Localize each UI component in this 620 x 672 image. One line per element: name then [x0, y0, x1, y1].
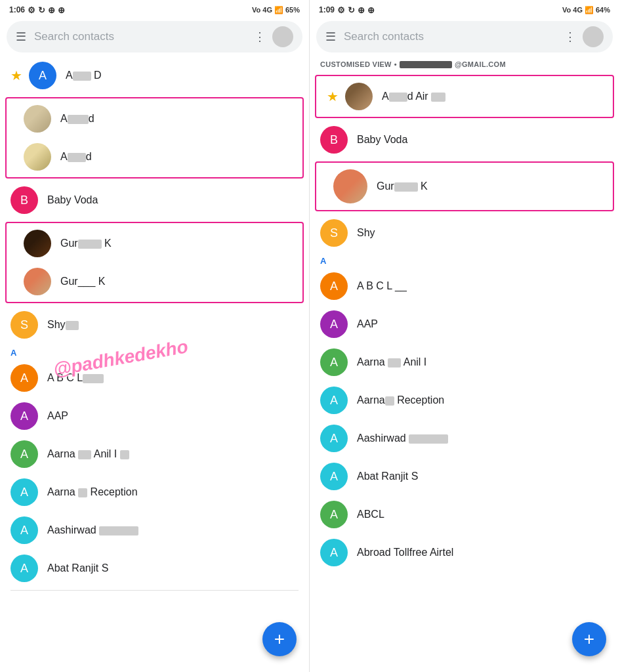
left-status-bar: 1:06 ⚙ ↻ ⊕ ⊕ Vo 4G 📶 65% — [0, 0, 309, 18]
right-battery: 64% — [596, 6, 610, 14]
left-headset-icon: ⊕ — [58, 5, 65, 15]
contact-name-aarna-anil-left: Aarna Anil I — [47, 448, 129, 460]
right-phone-panel: 1:09 ⚙ ↻ ⊕ ⊕ Vo 4G 📶 64% ☰ Search contac… — [310, 0, 619, 672]
right-hamburger-icon[interactable]: ☰ — [325, 30, 336, 44]
left-time: 1:06 — [9, 5, 25, 14]
contact-baby-voda-right[interactable]: B Baby Voda — [310, 121, 619, 159]
highlight-group-gur-right: Gur K — [315, 161, 614, 211]
right-status-bar: 1:09 ⚙ ↻ ⊕ ⊕ Vo 4G 📶 64% — [310, 0, 619, 18]
contact-name-gur-k-right: Gur K — [377, 180, 428, 192]
avatar-abcl2-right: A — [320, 501, 348, 528]
contact-abcl2-right[interactable]: A ABCL — [310, 495, 619, 534]
avatar-shy-right: S — [320, 219, 348, 247]
avatar-abroad-right: A — [320, 539, 348, 566]
left-network: Vo 4G — [252, 6, 272, 14]
contact-name-aap-right: AAP — [357, 318, 378, 330]
contact-aashirwad-right[interactable]: A Aashirwad — [310, 419, 619, 457]
avatar-abcl-right: A — [320, 272, 348, 300]
right-account-avatar[interactable] — [583, 26, 604, 47]
avatar-abcl-left: A — [10, 364, 38, 392]
contact-aarna-anil-left[interactable]: A Aarna Anil I — [0, 435, 309, 473]
left-search-text: Search contacts — [34, 30, 254, 43]
contact-abcl-left[interactable]: A A B C L — [0, 359, 309, 397]
contact-name-abcl2-right: ABCL — [357, 509, 384, 520]
left-hamburger-icon[interactable]: ☰ — [16, 30, 26, 44]
contact-name-abcl-right: A B C L __ — [357, 280, 407, 292]
contact-aap-right[interactable]: A AAP — [310, 305, 619, 343]
contact-abroad-right[interactable]: A Abroad Tollfree Airtel — [310, 534, 619, 572]
avatar-aashirwad-left: A — [10, 516, 38, 544]
contact-name-abcl-left: A B C L — [47, 372, 104, 384]
contact-gur-k1[interactable]: Gur K — [7, 224, 302, 262]
left-fab-button[interactable]: + — [262, 622, 297, 656]
avatar-aarna-anil-right: A — [320, 348, 348, 376]
contact-a-little-d1[interactable]: Ad — [7, 100, 302, 138]
right-time: 1:09 — [319, 5, 335, 14]
contact-aap-left[interactable]: A AAP — [0, 397, 309, 435]
contact-aarna-reception-left[interactable]: A Aarna Reception — [0, 473, 309, 511]
contact-name-baby-voda-right: Baby Voda — [357, 134, 407, 146]
contact-air[interactable]: ★ Ad Air — [316, 77, 613, 116]
avatar-gur-k1 — [24, 230, 51, 257]
contact-name-aarna-reception-left: Aarna Reception — [47, 486, 138, 498]
avatar-a-d: A — [29, 62, 56, 89]
left-globe-icon: ⊕ — [48, 5, 55, 15]
left-search-bar[interactable]: ☰ Search contacts ⋮ — [7, 21, 302, 52]
contact-name-baby-voda: Baby Voda — [47, 194, 98, 206]
right-status-right: Vo 4G 📶 64% — [562, 6, 610, 14]
contact-baby-voda[interactable]: B Baby Voda — [0, 181, 309, 219]
avatar-shy: S — [10, 311, 38, 339]
avatar-aarna-anil-left: A — [10, 440, 38, 468]
left-signal-icon: 📶 — [274, 6, 283, 14]
contact-name-aarna-reception-right: Aarna Reception — [357, 394, 444, 406]
account-email-domain: @GMAIL.COM — [455, 60, 506, 68]
contact-name-abat-right: Abat Ranjit S — [357, 471, 418, 482]
contact-name-a-d: A D — [66, 70, 102, 81]
right-more-options-icon[interactable]: ⋮ — [564, 30, 576, 44]
left-status-right: Vo 4G 📶 65% — [252, 6, 300, 14]
contact-a-d[interactable]: ★ A A D — [0, 56, 309, 94]
section-letter-a-left: A — [0, 344, 309, 359]
left-account-avatar[interactable] — [272, 26, 293, 47]
star-icon-a-d: ★ — [10, 68, 22, 83]
contact-name-gur-k1: Gur K — [60, 238, 112, 249]
contact-aashirwad-left[interactable]: A Aashirwad — [0, 511, 309, 549]
avatar-aarna-reception-right: A — [320, 387, 348, 414]
right-signal-icon: 📶 — [585, 6, 594, 14]
avatar-aashirwad-right: A — [320, 425, 348, 452]
section-letter-a-right: A — [310, 252, 619, 267]
contact-name-a-little-d1: Ad — [60, 113, 94, 125]
left-battery: 65% — [285, 6, 300, 14]
account-email-redacted — [400, 61, 452, 68]
contact-aarna-reception-right[interactable]: A Aarna Reception — [310, 381, 619, 419]
avatar-baby-voda: B — [10, 186, 38, 214]
avatar-aap-right: A — [320, 310, 348, 338]
contact-aarna-anil-right[interactable]: A Aarna Anil I — [310, 343, 619, 381]
left-contact-list: ★ A A D Ad Ad B Baby Vod — [0, 56, 309, 672]
contact-gur-k-right[interactable]: Gur K — [316, 164, 613, 209]
right-fab-button[interactable]: + — [572, 622, 606, 656]
contact-name-shy: Shy — [47, 319, 79, 331]
contact-shy[interactable]: S Shy — [0, 306, 309, 344]
divider-left — [10, 590, 299, 591]
highlight-group-1: Ad Ad — [5, 97, 304, 178]
contact-name-abroad-right: Abroad Tollfree Airtel — [357, 547, 453, 558]
contact-name-aashirwad-left: Aashirwad — [47, 524, 138, 536]
avatar-a-little-d2 — [24, 143, 51, 171]
star-icon-air: ★ — [327, 89, 339, 104]
contact-name-aashirwad-right: Aashirwad — [357, 432, 448, 444]
customised-view-label: CUSTOMISED VIEW — [320, 60, 392, 68]
contact-abat-right[interactable]: A Abat Ranjit S — [310, 457, 619, 495]
right-search-bar[interactable]: ☰ Search contacts ⋮ — [316, 21, 613, 52]
right-sync-icon: ↻ — [348, 5, 355, 15]
left-more-options-icon[interactable]: ⋮ — [254, 30, 266, 44]
contact-abcl-right[interactable]: A A B C L __ — [310, 267, 619, 305]
customised-view-bar: CUSTOMISED VIEW • @GMAIL.COM — [310, 56, 619, 72]
customised-view-dot: • — [394, 60, 397, 68]
contact-abat-left[interactable]: A Abat Ranjit S — [0, 549, 309, 587]
contact-shy-right[interactable]: S Shy — [310, 214, 619, 252]
contact-gur-k2[interactable]: Gur___ K — [7, 262, 302, 301]
right-search-text: Search contacts — [344, 30, 564, 43]
highlight-group-2: Gur K Gur___ K — [5, 222, 304, 303]
contact-a-little-d2[interactable]: Ad — [7, 138, 302, 176]
